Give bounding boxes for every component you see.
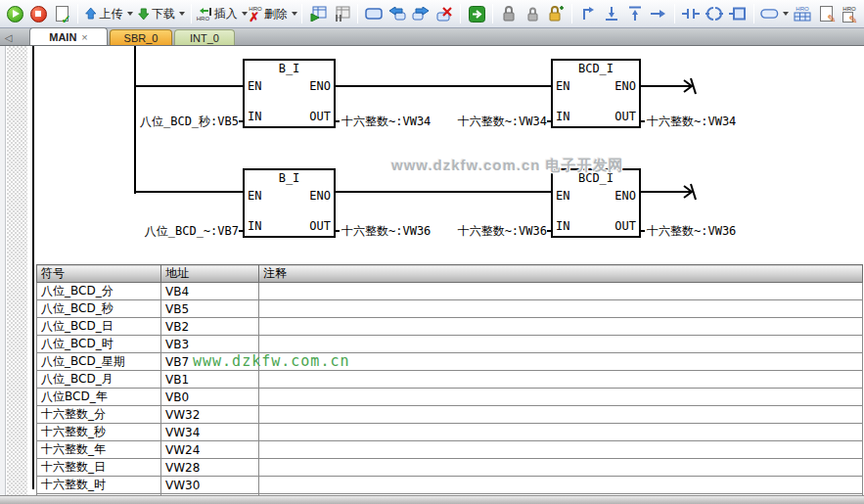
tab-sbr0[interactable]: SBR_0 xyxy=(110,29,172,45)
cell-address[interactable]: VB4 xyxy=(161,283,259,300)
cell-symbol[interactable]: 八位_BCD_时 xyxy=(37,336,161,353)
stop-button[interactable] xyxy=(26,2,50,25)
cell-address[interactable]: VW28 xyxy=(161,459,259,477)
ladder-block-b-i-1[interactable]: B_I EN ENO IN OUT xyxy=(243,59,336,128)
cell-address[interactable]: VB3 xyxy=(161,336,259,353)
cell-comment[interactable] xyxy=(259,406,863,424)
cell-comment[interactable] xyxy=(259,424,863,441)
cell-address[interactable]: VW30 xyxy=(161,477,259,494)
column-header-symbol[interactable]: 符号 xyxy=(37,265,161,283)
cell-symbol[interactable]: 八位BCD_年 xyxy=(37,389,161,406)
cell-address[interactable]: VW34 xyxy=(161,424,259,441)
operand-out[interactable]: 十六整数~:VW34 xyxy=(647,115,736,128)
line-up-button[interactable] xyxy=(576,2,600,25)
cell-address[interactable]: VB5 xyxy=(161,300,259,318)
download-button[interactable]: 下载 xyxy=(135,2,188,25)
box-button[interactable] xyxy=(726,2,750,25)
contact-button[interactable] xyxy=(679,2,703,25)
table-row[interactable]: 八位_BCD_分VB4 xyxy=(37,283,863,300)
cell-symbol[interactable]: 八位_BCD_分 xyxy=(37,283,161,300)
cell-comment[interactable] xyxy=(259,477,863,494)
operand-in[interactable]: 十六整数~:VW36 xyxy=(438,224,547,238)
operand-out[interactable]: 十六整数~:VW36 xyxy=(341,224,431,238)
cell-comment[interactable] xyxy=(259,318,863,336)
symbol-table-button[interactable]: HRO xyxy=(791,2,814,25)
cell-address[interactable]: VB2 xyxy=(161,318,259,336)
tab-int0[interactable]: INT_0 xyxy=(174,29,235,45)
close-icon[interactable]: × xyxy=(81,31,87,43)
line-down-button[interactable] xyxy=(600,2,623,25)
cell-comment[interactable] xyxy=(259,389,863,406)
upload-caret-icon[interactable] xyxy=(127,12,133,16)
lock-partial-button[interactable] xyxy=(521,2,544,25)
insert-caret-icon[interactable] xyxy=(242,12,248,16)
cell-symbol[interactable]: 十六整数_秒 xyxy=(37,424,161,441)
operand-out[interactable]: 十六整数~:VW36 xyxy=(647,224,736,238)
address-tag-caret-icon[interactable] xyxy=(783,12,789,16)
compile-button[interactable]: ✓ xyxy=(50,2,73,25)
next-bookmark-button[interactable] xyxy=(409,2,432,25)
cell-comment[interactable] xyxy=(259,371,863,389)
table-row[interactable]: 八位_BCD_时VB3 xyxy=(37,336,863,353)
goto-button[interactable] xyxy=(465,2,488,25)
tab-main[interactable]: MAIN × xyxy=(29,27,108,45)
table-row[interactable]: 十六整数_年VW24 xyxy=(37,441,863,459)
download-caret-icon[interactable] xyxy=(179,12,185,16)
table-row[interactable]: 八位_BCD_秒VB5 xyxy=(37,300,863,318)
delete-caret-icon[interactable] xyxy=(292,12,297,16)
edit-hro-button[interactable]: HRO ✎ xyxy=(838,2,861,25)
ladder-block-bcd-i-2[interactable]: BCD_I EN ENO IN OUT xyxy=(551,168,641,238)
operand-out[interactable]: 十六整数~:VW34 xyxy=(341,115,431,128)
table-row[interactable]: 八位_BCD_星期VB7 xyxy=(37,353,863,371)
line-up2-button[interactable] xyxy=(623,2,647,25)
cell-address[interactable]: VW32 xyxy=(161,406,259,424)
cell-comment[interactable] xyxy=(259,300,863,318)
cell-symbol[interactable]: 八位_BCD_月 xyxy=(37,371,161,389)
cell-comment[interactable] xyxy=(259,336,863,353)
cell-symbol[interactable]: 十六整数_日 xyxy=(37,459,161,477)
cell-symbol[interactable]: 八位_BCD_日 xyxy=(37,318,161,336)
cell-comment[interactable] xyxy=(259,283,863,300)
lock-button[interactable] xyxy=(497,2,521,25)
edit-button[interactable]: ✎ xyxy=(814,2,838,25)
table-row[interactable]: 八位_BCD_月VB1 xyxy=(37,371,863,389)
table-row[interactable]: 十六整数_日VW28 xyxy=(37,459,863,477)
bookmark-toggle-button[interactable] xyxy=(362,2,386,25)
table-row[interactable]: 十六整数_时VW30 xyxy=(37,477,863,494)
delete-button[interactable]: HRO ✗ 删除 xyxy=(249,2,298,25)
column-header-address[interactable]: 地址 xyxy=(161,265,259,283)
table-row[interactable]: 十六整数_秒VW34 xyxy=(37,424,863,441)
ladder-block-b-i-2[interactable]: B_I EN ENO IN OUT xyxy=(243,168,336,238)
cell-symbol[interactable]: 十六整数_年 xyxy=(37,441,161,459)
cell-comment[interactable] xyxy=(259,441,863,459)
line-right-button[interactable] xyxy=(647,2,670,25)
cell-symbol[interactable]: 十六整数_分 xyxy=(37,406,161,424)
operand-in[interactable]: 八位_BCD_秒:VB5 xyxy=(125,115,239,128)
pause-status-button[interactable] xyxy=(330,2,353,25)
run-button[interactable] xyxy=(3,2,26,25)
cell-symbol[interactable]: 八位_BCD_秒 xyxy=(37,300,161,318)
insert-button[interactable]: HRO 插入 xyxy=(196,2,249,25)
prev-bookmark-button[interactable] xyxy=(386,2,409,25)
cell-comment[interactable] xyxy=(259,459,863,477)
address-tag-button[interactable] xyxy=(758,2,791,25)
lock-add-button[interactable] xyxy=(544,2,568,25)
column-header-comment[interactable]: 注释 xyxy=(259,265,863,283)
operand-in[interactable]: 十六整数~:VW34 xyxy=(438,115,547,128)
ladder-block-bcd-i-1[interactable]: BCD_I EN ENO IN OUT xyxy=(551,59,641,128)
operand-in[interactable]: 八位_BCD_~:VB7 xyxy=(125,224,239,238)
upload-button[interactable]: 上传 xyxy=(82,2,135,25)
table-row[interactable]: 八位BCD_年VB0 xyxy=(37,389,863,406)
cell-symbol[interactable]: 十六整数_时 xyxy=(37,477,161,494)
cell-address[interactable]: VB1 xyxy=(161,371,259,389)
clear-bookmark-button[interactable] xyxy=(432,2,456,25)
table-row[interactable]: 十六整数_分VW32 xyxy=(37,406,863,424)
tab-scroll-left-button[interactable]: ◁ xyxy=(2,30,15,44)
horizontal-scrollbar[interactable] xyxy=(0,495,864,504)
cell-address[interactable]: VW24 xyxy=(161,441,259,459)
coil-button[interactable] xyxy=(703,2,726,25)
cell-address[interactable]: VB0 xyxy=(161,389,259,406)
program-status-button[interactable] xyxy=(306,2,330,25)
table-row[interactable]: 八位_BCD_日VB2 xyxy=(37,318,863,336)
cell-symbol[interactable]: 八位_BCD_星期 xyxy=(37,353,161,371)
